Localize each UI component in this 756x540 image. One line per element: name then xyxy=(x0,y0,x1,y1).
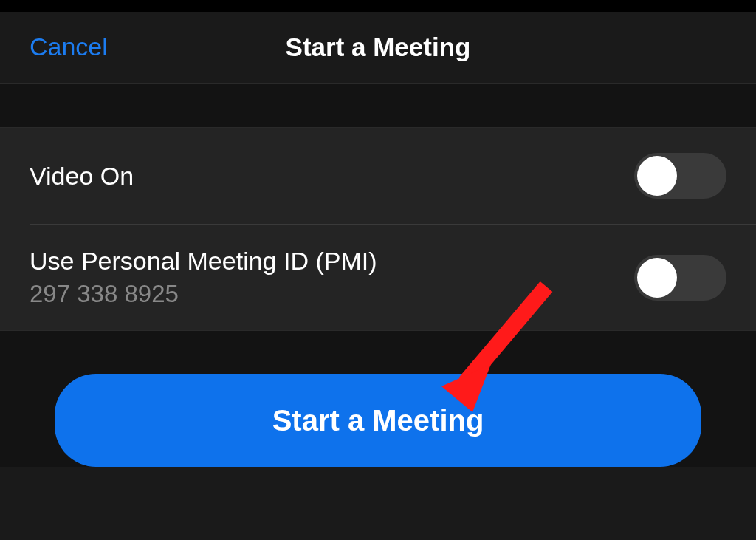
setting-row-pmi: Use Personal Meeting ID (PMI) 297 338 89… xyxy=(0,225,756,330)
start-meeting-button[interactable]: Start a Meeting xyxy=(55,374,701,467)
modal-header: Cancel Start a Meeting xyxy=(0,12,756,83)
setting-row-video: Video On xyxy=(0,128,756,224)
video-on-label: Video On xyxy=(30,162,134,191)
header-spacer xyxy=(0,83,756,128)
pmi-value: 297 338 8925 xyxy=(30,280,377,308)
video-on-toggle[interactable] xyxy=(634,153,726,199)
pmi-toggle[interactable] xyxy=(634,255,726,301)
cancel-button[interactable]: Cancel xyxy=(30,33,108,61)
status-bar xyxy=(0,0,756,12)
settings-list: Video On Use Personal Meeting ID (PMI) 2… xyxy=(0,128,756,330)
page-title: Start a Meeting xyxy=(286,33,471,62)
toggle-knob xyxy=(637,258,677,298)
button-container: Start a Meeting xyxy=(0,331,756,467)
toggle-knob xyxy=(637,156,677,196)
pmi-label: Use Personal Meeting ID (PMI) xyxy=(30,247,377,276)
